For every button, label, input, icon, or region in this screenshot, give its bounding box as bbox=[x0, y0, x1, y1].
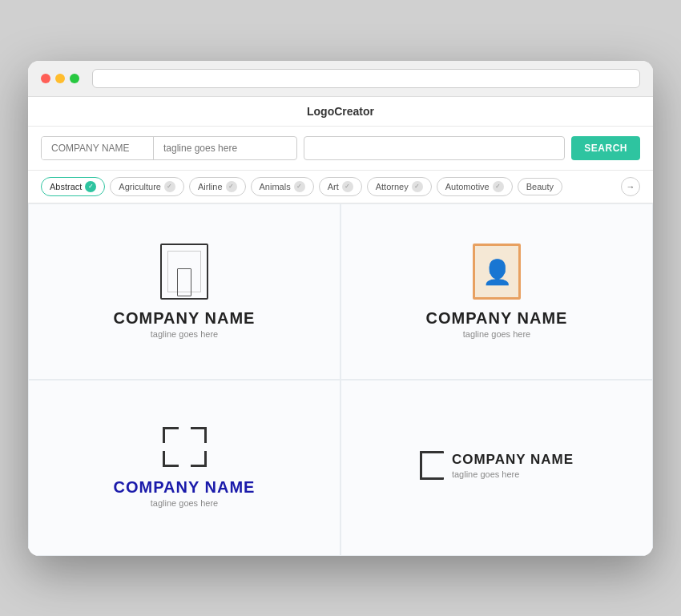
category-chip-abstract[interactable]: Abstract ✓ bbox=[41, 177, 105, 196]
categories-next-button[interactable]: → bbox=[621, 177, 640, 196]
animals-check-icon: ✓ bbox=[294, 181, 305, 192]
logo2-tagline: tagline goes here bbox=[463, 329, 530, 339]
logo-cell-4[interactable]: COMPANY NAME tagline goes here bbox=[340, 380, 653, 556]
logo-cell-2[interactable]: 👤 COMPANY NAME tagline goes here bbox=[340, 203, 653, 380]
person-icon: 👤 bbox=[482, 258, 512, 286]
bracket-icon bbox=[163, 427, 207, 467]
bracket-corner-bl bbox=[163, 451, 179, 467]
browser-titlebar bbox=[28, 61, 653, 97]
keyword-search-input[interactable] bbox=[304, 136, 565, 160]
logo1-company-name: COMPANY NAME bbox=[114, 309, 256, 328]
airline-label: Airline bbox=[198, 182, 223, 191]
category-chip-automotive[interactable]: Automotive ✓ bbox=[437, 177, 513, 196]
bracket-corner-tr bbox=[191, 427, 207, 443]
agriculture-check-icon: ✓ bbox=[164, 181, 175, 192]
bracket-corner-br bbox=[191, 451, 207, 467]
url-bar[interactable] bbox=[92, 69, 640, 88]
category-chip-beauty[interactable]: Beauty bbox=[518, 178, 562, 195]
airline-check-icon: ✓ bbox=[226, 181, 237, 192]
attorney-check-icon: ✓ bbox=[412, 181, 423, 192]
frame-icon bbox=[160, 244, 208, 300]
browser-window: LogoCreator SEARCH Abstract ✓ Agricultur… bbox=[28, 61, 653, 556]
app-title: LogoCreator bbox=[307, 105, 374, 118]
close-button[interactable] bbox=[41, 74, 50, 83]
automotive-check-icon: ✓ bbox=[493, 181, 504, 192]
abstract-label: Abstract bbox=[50, 182, 82, 191]
logo4-company-name: COMPANY NAME bbox=[452, 452, 574, 468]
abstract-check-icon: ✓ bbox=[85, 181, 96, 192]
logo3-tagline: tagline goes here bbox=[151, 498, 218, 508]
category-chip-animals[interactable]: Animals ✓ bbox=[251, 177, 314, 196]
search-button[interactable]: SEARCH bbox=[571, 136, 640, 160]
portrait-frame-icon: 👤 bbox=[473, 244, 521, 300]
category-chip-attorney[interactable]: Attorney ✓ bbox=[367, 177, 432, 196]
tagline-input[interactable] bbox=[154, 137, 282, 159]
bracket-corner-tl bbox=[163, 427, 179, 443]
automotive-label: Automotive bbox=[445, 182, 490, 191]
maximize-button[interactable] bbox=[70, 74, 79, 83]
minimize-button[interactable] bbox=[55, 74, 65, 83]
logo-grid: COMPANY NAME tagline goes here 👤 COMPANY… bbox=[28, 203, 653, 556]
art-check-icon: ✓ bbox=[342, 181, 353, 192]
animals-label: Animals bbox=[260, 182, 291, 191]
l-bracket-icon: COMPANY NAME tagline goes here bbox=[420, 451, 574, 480]
company-name-input[interactable] bbox=[42, 137, 154, 159]
category-chip-art[interactable]: Art ✓ bbox=[319, 177, 362, 196]
logo-cell-3[interactable]: COMPANY NAME tagline goes here bbox=[28, 380, 340, 556]
agriculture-label: Agriculture bbox=[119, 182, 161, 191]
category-chip-agriculture[interactable]: Agriculture ✓ bbox=[110, 177, 184, 196]
category-chip-airline[interactable]: Airline ✓ bbox=[189, 177, 246, 196]
art-label: Art bbox=[328, 182, 339, 191]
logo4-text-block: COMPANY NAME tagline goes here bbox=[452, 452, 574, 479]
logo1-tagline: tagline goes here bbox=[151, 329, 218, 339]
logo3-company-name: COMPANY NAME bbox=[114, 478, 256, 497]
category-bar: Abstract ✓ Agriculture ✓ Airline ✓ Anima… bbox=[28, 171, 653, 203]
logo4-tagline: tagline goes here bbox=[452, 469, 574, 479]
door-shape bbox=[177, 268, 191, 296]
beauty-label: Beauty bbox=[526, 182, 554, 191]
logo2-company-name: COMPANY NAME bbox=[426, 309, 568, 328]
search-input-group bbox=[41, 136, 297, 160]
l-shape bbox=[420, 451, 444, 480]
attorney-label: Attorney bbox=[376, 182, 409, 191]
logo-cell-1[interactable]: COMPANY NAME tagline goes here bbox=[28, 203, 340, 380]
app-title-bar: LogoCreator bbox=[28, 97, 653, 127]
search-bar: SEARCH bbox=[28, 127, 653, 171]
traffic-lights bbox=[41, 74, 79, 83]
